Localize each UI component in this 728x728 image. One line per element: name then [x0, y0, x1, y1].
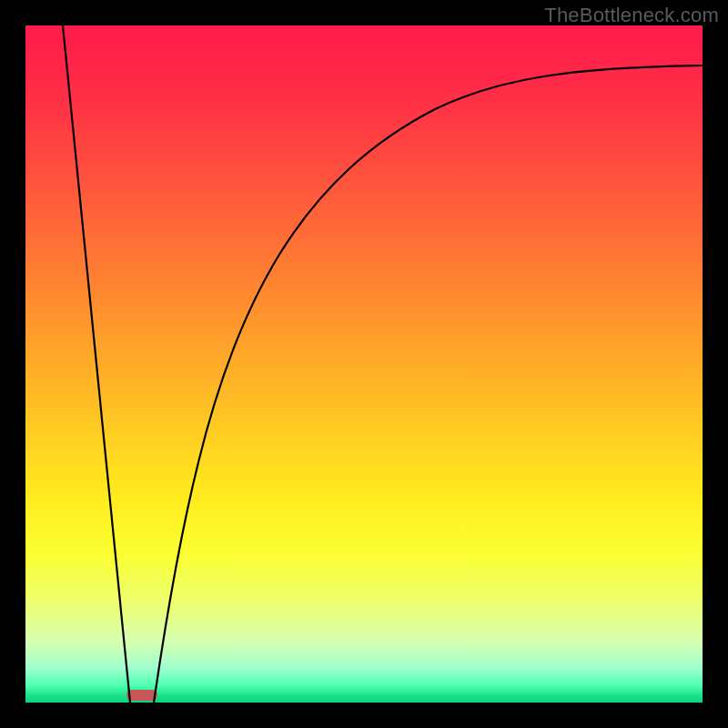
left-v-line: [63, 25, 130, 703]
curve-layer: [25, 25, 703, 703]
chart-frame: TheBottleneck.com: [0, 0, 728, 728]
right-curve: [154, 66, 703, 703]
watermark-text: TheBottleneck.com: [544, 4, 719, 27]
plot-area: [25, 25, 703, 703]
